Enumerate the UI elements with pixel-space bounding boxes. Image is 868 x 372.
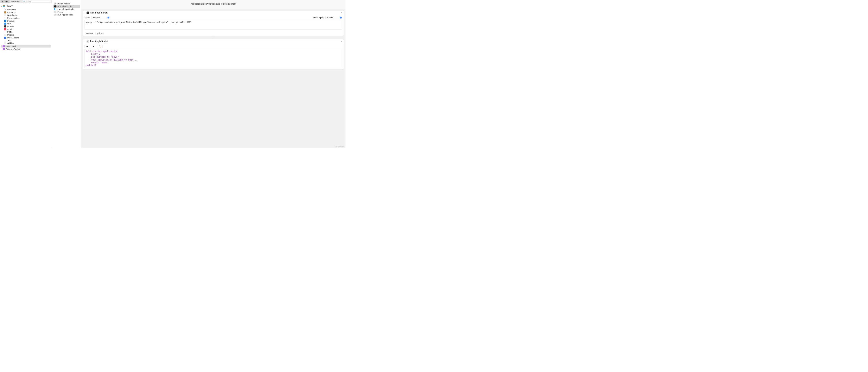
category-icon	[4, 28, 6, 30]
action-label: Run AppleScript	[57, 13, 72, 16]
sidebar-item-music[interactable]: Music	[4, 28, 51, 30]
sidebar-item-label: Music	[7, 28, 13, 30]
smart-group-label: Most Used	[5, 45, 16, 48]
sidebar-item-label: Pres…ations	[7, 36, 20, 39]
pass-input-value: to stdin	[327, 16, 334, 19]
app-root: Actions Variables 🔍 ⌄ Library CalendarCo…	[0, 0, 345, 148]
shell-select[interactable]: /bin/zsh ▴▾	[92, 16, 110, 19]
sidebar-item-label: Contacts	[7, 11, 16, 13]
close-icon[interactable]: ✕	[340, 40, 342, 42]
step-title: Run AppleScript	[90, 40, 108, 43]
smart-folder-icon	[3, 48, 5, 50]
smart-groups: Most UsedRecen…Added	[0, 45, 52, 50]
applescript-textarea[interactable]: tell current application delay 2 set qui…	[85, 49, 342, 68]
step-header[interactable]: ⌄ Run Shell Script ✕	[83, 10, 344, 15]
library-label: Library	[5, 5, 12, 7]
shell-value: /bin/zsh	[93, 16, 100, 19]
workflow-input-description: Application receives files and folders a…	[81, 0, 345, 9]
shell-script-textarea[interactable]	[85, 20, 342, 29]
step-run-applescript[interactable]: ⌄ Run AppleScript ✕ ▶ ■ 🔨 tell current a…	[83, 39, 344, 69]
sidebar-item-files-olders[interactable]: Files…olders	[4, 17, 51, 19]
sidebar-item-calendar[interactable]: Calendar	[4, 8, 51, 11]
category-icon	[4, 31, 6, 33]
shell-controls-row: Shell: /bin/zsh ▴▾ Pass input: to stdin …	[85, 16, 342, 19]
step-run-shell-script[interactable]: ⌄ Run Shell Script ✕ Shell: /bin/zsh ▴▾	[83, 10, 344, 36]
step-title: Run Shell Script	[90, 11, 108, 14]
smart-group-label: Recen…Added	[5, 48, 20, 50]
library-tree: ⌄ Library CalendarContactsDeveloperFiles…	[0, 3, 52, 148]
sidebar-item-developer[interactable]: Developer	[4, 14, 51, 16]
category-icon	[4, 39, 6, 42]
action-icon	[54, 2, 57, 5]
sidebar-item-label: Developer	[7, 14, 17, 16]
sidebar-item-label: Text	[7, 39, 11, 42]
search-icon: 🔍	[23, 0, 25, 2]
close-icon[interactable]: ✕	[340, 11, 342, 14]
sidebar-item-label: Movies	[7, 25, 14, 28]
library-icon	[3, 5, 5, 7]
category-icon	[4, 8, 6, 10]
tab-variables[interactable]: Variables	[10, 0, 21, 3]
category-icon	[4, 17, 6, 19]
automator-icon	[87, 40, 89, 42]
chevron-down-icon[interactable]: ⌄	[84, 12, 86, 14]
pass-input-select[interactable]: to stdin ▴▾	[326, 16, 342, 19]
sidebar-item-pdfs[interactable]: PDFs	[4, 31, 51, 33]
watermark: CSDN @故苹的故障	[335, 146, 344, 148]
action-watch-me-do[interactable]: Watch Me Do	[53, 2, 80, 5]
select-arrows-icon: ▴▾	[340, 17, 342, 19]
workflow-canvas[interactable]: ⌄ Run Shell Script ✕ Shell: /bin/zsh ▴▾	[81, 9, 345, 148]
script-toolbar: ▶ ■ 🔨	[85, 45, 342, 48]
chevron-down-icon[interactable]: ⌄	[1, 5, 2, 7]
category-icon	[4, 25, 6, 28]
category-icon	[4, 23, 6, 25]
search-field[interactable]: 🔍	[22, 0, 51, 3]
step-body: Shell: /bin/zsh ▴▾ Pass input: to stdin …	[83, 15, 344, 31]
step-connector	[83, 37, 344, 39]
library-items: CalendarContactsDeveloperFiles…oldersInt…	[0, 8, 52, 45]
smart-folder-icon	[3, 45, 5, 47]
sidebar-item-mail[interactable]: Mail	[4, 22, 51, 25]
action-label: Run Shell Script	[57, 5, 72, 7]
compile-button[interactable]: 🔨	[97, 45, 102, 48]
category-icon	[4, 42, 6, 45]
action-icon	[54, 14, 57, 16]
sidebar-item-movies[interactable]: Movies	[4, 25, 51, 28]
smart-group-most-used[interactable]: Most Used	[1, 45, 51, 48]
step-header[interactable]: ⌄ Run AppleScript ✕	[83, 39, 344, 44]
chevron-down-icon[interactable]: ⌄	[84, 41, 86, 42]
run-button[interactable]: ▶	[85, 45, 90, 48]
action-run-shell-script[interactable]: Run Shell Script	[53, 5, 80, 8]
sidebar-item-utilities[interactable]: Utilities	[4, 42, 51, 45]
options-tab[interactable]: Options	[96, 32, 103, 34]
action-label: Pause	[57, 11, 63, 13]
pass-input-label: Pass input:	[313, 16, 324, 19]
action-launch-application[interactable]: Launch Application	[53, 8, 80, 10]
sidebar-item-label: Files…olders	[7, 17, 20, 19]
workflow-pane: Application receives files and folders a…	[81, 0, 345, 148]
sidebar-item-contacts[interactable]: Contacts	[4, 11, 51, 14]
category-icon	[4, 34, 6, 36]
actions-list: Watch Me DoRun Shell ScriptLaunch Applic…	[52, 0, 81, 148]
results-tab[interactable]: Results	[86, 32, 93, 34]
category-icon	[4, 14, 6, 16]
search-input[interactable]	[26, 0, 50, 2]
stop-button[interactable]: ■	[91, 45, 96, 48]
shell-label: Shell:	[85, 16, 90, 19]
sidebar-item-label: Photos	[7, 34, 14, 36]
category-icon	[4, 20, 6, 22]
category-icon	[4, 11, 6, 13]
tab-actions[interactable]: Actions	[0, 0, 9, 3]
sidebar-item-pres-ations[interactable]: Pres…ations	[4, 36, 51, 39]
sidebar-tabbar: Actions Variables 🔍	[0, 0, 52, 3]
sidebar-item-internet[interactable]: Internet	[4, 20, 51, 22]
sidebar-item-photos[interactable]: Photos	[4, 34, 51, 36]
sidebar-item-label: PDFs	[7, 31, 12, 33]
library-root[interactable]: ⌄ Library	[0, 4, 52, 8]
smart-group-recen-added[interactable]: Recen…Added	[1, 48, 51, 50]
action-icon	[54, 11, 57, 13]
action-pause[interactable]: Pause	[53, 10, 80, 13]
sidebar-item-text[interactable]: Text	[4, 39, 51, 42]
action-run-applescript[interactable]: Run AppleScript	[53, 13, 80, 16]
action-label: Launch Application	[57, 8, 75, 10]
